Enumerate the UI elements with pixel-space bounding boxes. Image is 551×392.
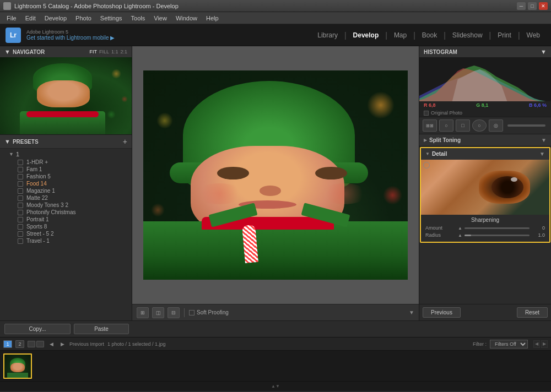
maximize-button[interactable]: □ [528,2,537,10]
main-nav: Library | Develop | Map | Book | Slidesh… [126,29,545,41]
preset-item-hdr[interactable]: 1-HDR + [0,159,132,166]
nav-sep-6: | [518,31,520,40]
filmstrip-page1-button[interactable]: 1 [3,340,12,348]
nav-book[interactable]: Book [417,29,442,41]
preset-item-fam1[interactable]: Fam 1 [0,166,132,173]
preset-icon [18,195,23,201]
preset-item-food14[interactable]: Food 14 [0,180,132,187]
filmstrip-page2-button[interactable]: 2 [15,340,24,348]
status-up-arrow[interactable]: ▲ [271,384,276,389]
menu-view[interactable]: View [149,14,171,23]
list-layout-icon[interactable] [36,341,44,347]
navigator-section: ▼ Navigator FIT FILL 1:1 2:1 [0,46,132,135]
zoom-fit[interactable]: FIT [89,49,97,55]
detail-navigation-icon[interactable] [423,162,430,168]
menu-help[interactable]: Help [202,14,223,23]
preset-group-header[interactable]: ▼ 1 [0,150,132,159]
nav-sep-4: | [444,31,446,40]
soft-proofing-text: Soft Proofing [197,309,229,315]
grid-layout-icon[interactable] [28,341,35,347]
preset-item-fashion5[interactable]: Fashion 5 [0,173,132,180]
filmstrip-expand-button[interactable]: ▶ [541,340,548,348]
menu-window[interactable]: Window [171,14,202,23]
basic-tool-button[interactable]: ⊞⊞ [423,119,437,132]
menu-develop[interactable]: Develop [40,14,71,23]
close-button[interactable]: ✕ [539,2,548,10]
nav-back-button[interactable]: ◀ [47,340,55,348]
oval-tool-button[interactable]: ○ [472,119,487,132]
preset-item-moody[interactable]: Moody Tones 3 2 [0,202,132,209]
toolbar-dropdown-arrow[interactable]: ▼ [409,309,414,315]
paste-button[interactable]: Paste [74,324,129,334]
preset-label-photonify: Photonify Christmas [26,209,75,215]
nav-forward-button[interactable]: ▶ [58,340,66,348]
preset-item-sports8[interactable]: Sports 8 [0,223,132,230]
nav-slideshow[interactable]: Slideshow [447,29,488,41]
nav-map[interactable]: Map [388,29,412,41]
split-toning-toggle[interactable]: ▼ [541,137,547,143]
nav-develop[interactable]: Develop [348,29,385,41]
nav-library[interactable]: Library [312,29,343,41]
soft-proofing-label[interactable]: Soft Proofing [189,309,229,315]
preset-item-matte22[interactable]: Matte 22 [0,194,132,202]
lr-mobile-text: Get started with Lightroom mobile [26,35,109,41]
menu-photo[interactable]: Photo [71,14,96,23]
crop-tool-button[interactable]: ⊞ [137,307,149,318]
soft-proofing-checkbox[interactable] [189,310,195,315]
menu-settings[interactable]: Settings [96,14,127,23]
original-photo-checkbox[interactable] [424,111,429,116]
zoom-2to1[interactable]: 2:1 [120,49,127,55]
detail-section-title: Detail [432,151,447,157]
nav-sep-1: | [344,31,347,40]
preset-item-travel1[interactable]: Travel - 1 [0,237,132,244]
preset-label-travel1: Travel - 1 [26,238,50,244]
bottom-controls-bar: Copy... Paste [0,320,551,337]
display-mode-button[interactable]: ◫ [152,307,164,318]
presets-header-left: ▼ Presets [4,138,39,145]
preset-item-photonify[interactable]: Photonify Christmas [0,209,132,216]
navigator-collapse-arrow: ▼ [4,48,10,55]
zoom-fill[interactable]: FILL [99,49,109,55]
preset-item-street52[interactable]: Street - 5 2 [0,230,132,237]
radius-slider-track[interactable] [464,235,530,236]
detail-section-header[interactable]: ▼ Detail ▼ [421,148,549,160]
filmstrip-thumb-1[interactable] [3,353,32,379]
histogram-header[interactable]: Histogram ▼ [419,46,551,57]
spot-tool-button[interactable]: ◎ [489,119,503,132]
circle-tool-button[interactable]: ○ [439,119,453,132]
filter-select[interactable]: Filters Off [490,340,528,349]
preset-item-magazine1[interactable]: Magazine 1 [0,187,132,194]
copy-button[interactable]: Copy... [4,324,71,334]
before-after-button[interactable]: ⊟ [168,307,180,318]
tool-slider[interactable] [507,124,545,127]
menu-tools[interactable]: Tools [127,14,150,23]
status-down-arrow[interactable]: ▼ [276,384,280,389]
filter-label: Filter : [473,341,487,347]
zoom-1to1[interactable]: 1:1 [111,49,118,55]
group-arrow: ▼ [9,151,14,157]
amount-slider-track[interactable] [464,227,530,229]
split-toning-header[interactable]: ▶ Split Toning ▼ [419,134,551,146]
center-panel: ⊞ ◫ ⊟ Soft Proofing ▼ [132,46,419,320]
filmstrip-collapse-button[interactable]: ◀ [533,340,540,348]
menu-file[interactable]: File [2,14,21,23]
preset-label-magazine1: Magazine 1 [26,188,55,194]
detail-toggle[interactable]: ▼ [539,151,545,157]
lr-mobile-arrow[interactable]: ▶ [110,35,115,41]
preset-item-portrait1[interactable]: Portrait 1 [0,216,132,223]
reset-button[interactable]: Reset [517,307,548,318]
rect-tool-button[interactable]: □ [456,119,470,132]
menu-edit[interactable]: Edit [21,14,40,23]
nav-web[interactable]: Web [521,29,545,41]
navigator-header[interactable]: ▼ Navigator FIT FILL 1:1 2:1 [0,46,132,57]
previous-button[interactable]: Previous [423,307,461,318]
hist-r-label: R [424,102,428,108]
toolbar-sep [184,308,185,317]
top-bar: Lr Adobe Lightroom 5 Get started with Li… [0,24,551,46]
presets-header[interactable]: ▼ Presets + [0,135,132,149]
filmstrip-photos [0,351,551,381]
lr-mobile-link[interactable]: Get started with Lightroom mobile ▶ [26,35,115,41]
nav-print[interactable]: Print [492,29,517,41]
minimize-button[interactable]: ─ [517,2,526,10]
presets-add-button[interactable]: + [123,137,127,146]
